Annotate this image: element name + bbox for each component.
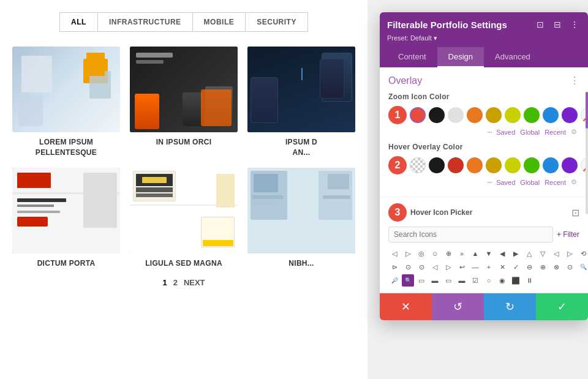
recent-label-2[interactable]: Recent <box>545 179 566 186</box>
tab-security[interactable]: SECURITY <box>245 12 308 32</box>
icon-cell[interactable]: 🔎 <box>388 274 401 287</box>
save-button[interactable]: ✓ <box>536 293 588 320</box>
portfolio-item[interactable]: NIBH... <box>247 168 355 269</box>
swatch-blue-2[interactable] <box>543 157 559 173</box>
swatch-green-2[interactable] <box>524 157 540 173</box>
swatch-orange-1[interactable] <box>467 107 483 123</box>
swatch-purple-2[interactable] <box>562 157 578 173</box>
reset-button[interactable]: ↺ <box>432 293 484 320</box>
icon-cell[interactable]: ☺ <box>429 247 441 260</box>
swatch-gold-1[interactable] <box>486 107 502 123</box>
icon-cell[interactable]: ⊕ <box>537 261 549 273</box>
portfolio-item[interactable]: IPSUM DAN... <box>247 47 355 158</box>
icon-cell[interactable]: ⊳ <box>388 261 401 273</box>
swatch-red-2[interactable] <box>448 157 464 173</box>
portfolio-item[interactable]: LOREM IPSUMPELLENTESQUE <box>12 47 120 158</box>
portfolio-item[interactable]: LIGULA SED MAGNA <box>130 168 238 269</box>
panel-icon-resize[interactable]: ⊡ <box>534 18 546 31</box>
color-settings-icon-1[interactable]: ⚙ <box>571 128 579 137</box>
panel-icon-columns[interactable]: ⊟ <box>551 18 564 31</box>
swatch-red-1[interactable] <box>410 107 426 123</box>
filter-button[interactable]: + Filter <box>557 230 579 239</box>
icon-cell[interactable]: ⊙ <box>415 261 428 273</box>
tab-content[interactable]: Content <box>387 47 437 67</box>
page-2[interactable]: 2 <box>173 278 178 287</box>
color-more-1[interactable]: ··· <box>487 127 491 138</box>
icon-cell[interactable]: ⊙ <box>564 261 576 273</box>
icon-cell[interactable]: ▭ <box>442 274 454 287</box>
panel-icon-more[interactable]: ⋮ <box>568 18 581 31</box>
icon-cell[interactable]: ▲ <box>469 247 481 260</box>
icon-cell-active[interactable]: 🔍 <box>402 274 414 287</box>
saved-label-1[interactable]: Saved <box>496 129 515 136</box>
icon-cell[interactable]: ⊗ <box>550 261 562 273</box>
swatch-white-1[interactable] <box>448 107 464 123</box>
cancel-button[interactable]: ✕ <box>380 293 432 320</box>
icon-cell[interactable]: ▼ <box>483 247 495 260</box>
saved-label-2[interactable]: Saved <box>496 179 515 186</box>
icon-cell[interactable]: ▶ <box>510 247 522 260</box>
icon-cell[interactable]: ✓ <box>510 261 522 273</box>
icon-cell[interactable]: ◁ <box>550 247 562 260</box>
redo-button[interactable]: ↻ <box>484 293 536 320</box>
recent-label-1[interactable]: Recent <box>545 129 566 136</box>
swatch-gold-2[interactable] <box>486 157 502 173</box>
scrollbar[interactable] <box>586 92 588 214</box>
tab-infrastructure[interactable]: INFRASTRUCTURE <box>97 12 192 32</box>
icon-cell[interactable]: ▷ <box>442 261 454 273</box>
icon-cell[interactable]: ☑ <box>469 274 481 287</box>
icon-search-input[interactable] <box>388 227 553 242</box>
icon-cell[interactable]: ▬ <box>456 274 468 287</box>
tab-design[interactable]: Design <box>437 47 484 67</box>
icon-cell[interactable]: ↩ <box>456 261 468 273</box>
icon-cell[interactable]: ⟲ <box>577 247 588 260</box>
icon-cell[interactable]: ⊕ <box>442 247 454 260</box>
portfolio-item[interactable]: DICTUM PORTA <box>12 168 120 269</box>
swatch-purple-1[interactable] <box>562 107 578 123</box>
icon-cell[interactable]: ▽ <box>537 247 549 260</box>
icon-picker-expand-icon[interactable]: ⊡ <box>571 207 579 219</box>
global-label-1[interactable]: Global <box>520 129 540 136</box>
icon-cell[interactable]: + <box>483 261 495 273</box>
icon-cell[interactable]: ⏸ <box>523 274 535 287</box>
icon-cell[interactable]: ⊖ <box>523 261 535 273</box>
swatch-black-2[interactable] <box>429 157 445 173</box>
icon-cell[interactable]: ○ <box>483 274 495 287</box>
swatch-blue-1[interactable] <box>543 107 559 123</box>
page-1[interactable]: 1 <box>162 278 167 287</box>
tab-all[interactable]: ALL <box>59 12 97 32</box>
icon-cell[interactable]: ▬ <box>429 274 441 287</box>
icon-cell[interactable]: ◁ <box>429 261 441 273</box>
icon-cell[interactable]: ▷ <box>564 247 576 260</box>
icon-cell[interactable]: ▷ <box>402 247 414 260</box>
icon-cell[interactable]: ✕ <box>496 261 508 273</box>
icon-cell[interactable]: ⊙ <box>402 261 414 273</box>
icon-cell[interactable]: ◁ <box>388 247 401 260</box>
icon-cell[interactable]: ◎ <box>415 247 428 260</box>
swatch-orange-2[interactable] <box>467 157 483 173</box>
overlay-section: Overlay ⋮ Zoom Icon Color 1 <box>380 67 588 197</box>
icon-cell[interactable]: 🔍 <box>577 261 588 273</box>
color-more-2[interactable]: ··· <box>487 177 491 188</box>
icon-cell[interactable]: ◀ <box>496 247 508 260</box>
icon-cell[interactable]: » <box>456 247 468 260</box>
section-more-icon[interactable]: ⋮ <box>570 75 579 86</box>
global-label-2[interactable]: Global <box>520 179 540 186</box>
swatch-yellow-1[interactable] <box>505 107 521 123</box>
tab-mobile[interactable]: MOBILE <box>192 12 246 32</box>
swatch-green-1[interactable] <box>524 107 540 123</box>
swatch-black-1[interactable] <box>429 107 445 123</box>
icon-cell[interactable]: ◉ <box>496 274 508 287</box>
page-next[interactable]: NEXT <box>184 278 205 287</box>
tab-advanced[interactable]: Advanced <box>484 47 541 67</box>
icon-cell[interactable]: △ <box>523 247 535 260</box>
icon-cell[interactable]: — <box>469 261 481 273</box>
badge-1: 1 <box>388 106 407 124</box>
panel-preset[interactable]: Preset: Default ▾ <box>387 34 581 42</box>
portfolio-item[interactable]: IN IPSUM ORCI <box>130 47 238 158</box>
icon-cell[interactable]: ▭ <box>415 274 428 287</box>
swatch-checker-2[interactable] <box>410 157 426 173</box>
swatch-yellow-2[interactable] <box>505 157 521 173</box>
color-settings-icon-2[interactable]: ⚙ <box>571 178 579 187</box>
icon-cell[interactable]: ⬛ <box>510 274 522 287</box>
